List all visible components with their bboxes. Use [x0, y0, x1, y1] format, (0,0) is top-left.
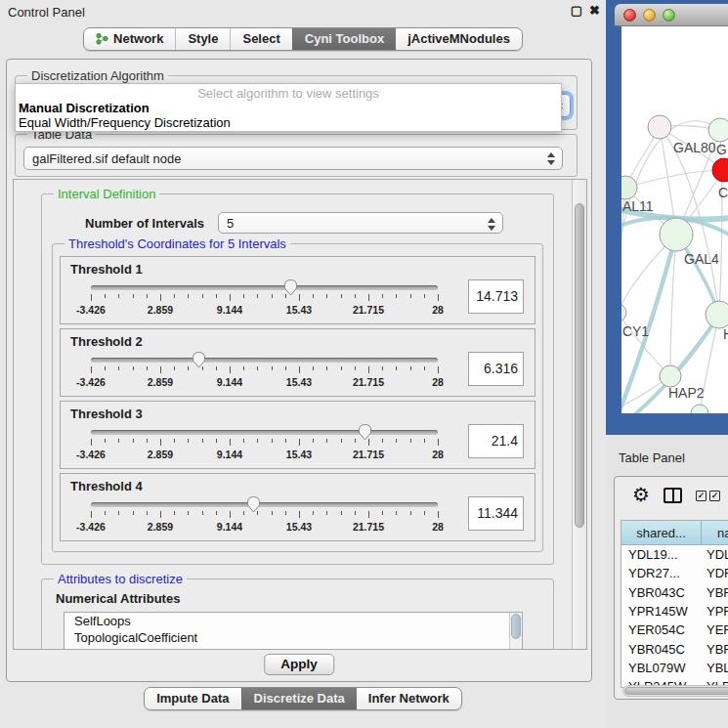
tab-network[interactable]: Network [84, 28, 175, 50]
network-edge[interactable] [719, 130, 722, 315]
slider-track[interactable] [91, 285, 438, 290]
panel-title: Control Panel [8, 5, 85, 20]
checkbox-icon[interactable]: ✓ [696, 491, 707, 501]
tick-mark [326, 366, 327, 370]
algorithm-option-manual[interactable]: Manual Discretization [16, 101, 561, 115]
tick-mark [202, 366, 203, 370]
tick-label: -3.426 [76, 376, 106, 388]
table-row[interactable]: YBR045CYBR0 [621, 639, 728, 658]
tick-label: 9.144 [217, 449, 242, 460]
table-row[interactable]: YBR043CYBR0 [621, 583, 728, 602]
slider-track[interactable] [91, 502, 438, 507]
tick-mark [368, 366, 369, 373]
right-column: GAL80GCGAL11GAL4GCY1HHAP2 Table Panel ⚙ … [606, 0, 728, 728]
float-icon[interactable]: ▢ [571, 3, 582, 19]
tick-label: 9.144 [217, 304, 242, 316]
threshold-value-field[interactable]: 21.4 [468, 424, 524, 458]
threshold-slider[interactable]: -3.4262.8599.14415.4321.71528 [91, 493, 438, 538]
tick-label: 21.715 [353, 449, 384, 460]
tab-cyni-toolbox[interactable]: Cyni Toolbox [292, 28, 396, 50]
tab-infer-network[interactable]: Infer Network [357, 688, 461, 709]
network-node[interactable] [708, 118, 728, 142]
table-row[interactable]: YDR27...YDR2 [621, 564, 728, 582]
number-of-intervals-combobox[interactable]: 5 [218, 212, 503, 234]
table-cell: YDL19... [621, 547, 702, 562]
network-window-titlebar[interactable] [615, 4, 728, 26]
tick-label: 28 [432, 521, 444, 533]
tick-mark [133, 511, 134, 515]
settings-vertical-scrollbar[interactable] [572, 180, 586, 649]
network-node[interactable] [660, 365, 681, 387]
slider-track[interactable] [91, 430, 438, 435]
tick-mark [257, 511, 258, 515]
threshold-slider[interactable]: -3.4262.8599.14415.4321.71528 [91, 421, 438, 466]
network-node[interactable] [706, 301, 728, 328]
network-node[interactable] [691, 405, 708, 413]
tick-mark [341, 294, 342, 298]
slider-track[interactable] [91, 358, 438, 363]
network-node[interactable] [648, 115, 671, 139]
network-node[interactable] [660, 218, 693, 251]
column-header-name[interactable]: na [702, 521, 728, 545]
tab-style[interactable]: Style [175, 28, 230, 50]
tick-mark [118, 366, 119, 370]
table-horizontal-scrollbar[interactable] [622, 685, 728, 697]
tick-mark [188, 511, 189, 515]
tick-mark [91, 366, 92, 373]
column-header-shared[interactable]: shared... [621, 521, 702, 545]
tick-mark [118, 294, 119, 298]
threshold-slider[interactable]: -3.4262.8599.14415.4321.71528 [91, 277, 438, 321]
minimize-traffic-light-icon[interactable] [643, 9, 656, 21]
zoom-traffic-light-icon[interactable] [663, 9, 675, 21]
tick-mark [355, 439, 356, 443]
network-edge[interactable] [621, 313, 670, 376]
tick-mark [355, 294, 356, 298]
threshold-value-field[interactable]: 14.713 [468, 279, 524, 314]
tick-mark [105, 439, 106, 443]
checkbox-icon[interactable]: ✓ [709, 491, 720, 501]
table-data-combobox[interactable]: galFiltered.sif default node [23, 147, 563, 170]
tab-impute-data[interactable]: Impute Data [145, 688, 240, 709]
table-row[interactable]: YER054CYER0 [621, 621, 728, 639]
table-row[interactable]: YBL079WYBL0 [621, 659, 728, 677]
network-node[interactable] [712, 158, 728, 182]
table-row[interactable]: YPR145WYPR1 [621, 602, 728, 621]
split-table-icon[interactable] [664, 488, 682, 503]
network-node-label: GAL11 [621, 198, 654, 214]
tick-mark [382, 294, 383, 298]
tick-mark [188, 294, 189, 298]
tick-mark [133, 294, 134, 298]
tick-mark [424, 294, 425, 298]
close-traffic-light-icon[interactable] [623, 9, 636, 21]
table-row[interactable]: YDL19...YDL1 [621, 545, 728, 564]
attributes-list-scrollbar[interactable] [509, 613, 522, 650]
list-item[interactable]: SelfLoops [64, 613, 522, 629]
network-node[interactable] [621, 304, 626, 321]
threshold-slider[interactable]: -3.4262.8599.14415.4321.71528 [91, 349, 438, 394]
tick-mark [396, 366, 397, 370]
tick-label: 2.859 [148, 376, 173, 388]
algorithm-option-equal-width[interactable]: Equal Width/Frequency Discretization [16, 115, 561, 130]
tick-mark [243, 366, 244, 370]
threshold-value-field[interactable]: 6.316 [468, 352, 524, 386]
tab-discretize-data[interactable]: Discretize Data [241, 688, 357, 709]
tab-label: Style [188, 31, 218, 46]
tab-select[interactable]: Select [230, 28, 291, 50]
slider-ticks [91, 366, 438, 375]
network-icon [96, 32, 108, 45]
network-canvas[interactable]: GAL80GCGAL11GAL4GCY1HHAP2 [621, 26, 728, 413]
close-icon[interactable]: ✖ [589, 3, 600, 19]
threshold-value-field[interactable]: 11.344 [468, 496, 524, 531]
list-item[interactable]: TopologicalCoefficient [64, 629, 522, 646]
tab-label: Select [242, 31, 279, 46]
apply-button[interactable]: Apply [264, 654, 334, 675]
tick-mark [285, 366, 286, 370]
numerical-attributes-list: SelfLoopsTopologicalCoefficientBetweenne… [64, 612, 523, 650]
list-item[interactable]: BetweennessCentrality [64, 646, 522, 650]
gear-icon[interactable]: ⚙ [632, 483, 650, 506]
tab-label: Network [113, 31, 163, 46]
table-panel-toolbar: ⚙ ✓ ✓ [615, 477, 728, 518]
network-node-label: H [723, 326, 728, 342]
slider-ticks [91, 439, 438, 448]
tab-jactivemnodules[interactable]: jActiveMNodules [396, 28, 522, 50]
